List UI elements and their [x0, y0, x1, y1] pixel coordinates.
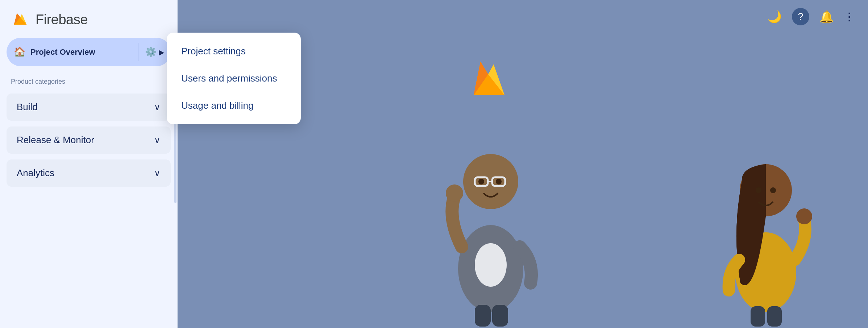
home-icon: 🏠 — [14, 46, 25, 58]
firebase-title: Firebase — [36, 12, 88, 28]
help-icon[interactable]: ? — [792, 8, 809, 25]
sidebar-section-release-monitor: Release & Monitor ∨ — [7, 126, 171, 154]
dropdown-item-project-settings[interactable]: Project settings — [167, 38, 301, 65]
character-woman-illustration — [719, 138, 813, 328]
firebase-logo-icon — [11, 10, 30, 29]
project-settings-label: Project settings — [181, 46, 246, 57]
gear-settings-button[interactable]: ⚙️ ▶ — [138, 43, 171, 61]
svg-point-7 — [496, 179, 502, 184]
firebase-flame-illustration — [466, 54, 510, 107]
notifications-icon[interactable]: 🔔 — [819, 10, 834, 24]
analytics-section-label: Analytics — [17, 167, 54, 179]
dropdown-item-users-permissions[interactable]: Users and permissions — [167, 65, 301, 92]
dark-mode-icon[interactable]: 🌙 — [767, 10, 782, 24]
svg-rect-17 — [767, 306, 782, 327]
svg-point-13 — [756, 187, 761, 193]
release-monitor-section-label: Release & Monitor — [17, 134, 94, 146]
gear-icon: ⚙️ — [145, 46, 157, 58]
product-categories-label: Product categories — [0, 73, 177, 91]
sidebar-section-build: Build ∨ — [7, 94, 171, 121]
svg-point-15 — [796, 208, 812, 224]
build-chevron-icon: ∨ — [154, 102, 161, 112]
svg-point-6 — [478, 179, 484, 184]
build-section-label: Build — [17, 101, 38, 113]
sidebar-header: Firebase — [0, 0, 177, 38]
sidebar-section-analytics: Analytics ∨ — [7, 159, 171, 187]
topbar: 🌙 ? 🔔 ⋮ — [754, 0, 868, 33]
release-monitor-section-header[interactable]: Release & Monitor ∨ — [7, 126, 171, 154]
more-options-icon[interactable]: ⋮ — [844, 11, 855, 23]
users-permissions-label: Users and permissions — [181, 73, 277, 84]
svg-point-8 — [446, 184, 463, 202]
analytics-section-header[interactable]: Analytics ∨ — [7, 159, 171, 187]
svg-point-1 — [475, 243, 507, 287]
svg-rect-16 — [751, 306, 765, 327]
usage-billing-label: Usage and billing — [181, 100, 253, 111]
svg-rect-9 — [475, 305, 491, 327]
analytics-chevron-icon: ∨ — [154, 168, 161, 178]
svg-point-14 — [770, 187, 776, 193]
release-monitor-chevron-icon: ∨ — [154, 135, 161, 145]
build-section-header[interactable]: Build ∨ — [7, 94, 171, 121]
svg-rect-10 — [492, 305, 508, 327]
sidebar: Firebase 🏠 Project Overview ⚙️ ▶ Product… — [0, 0, 178, 328]
project-overview-button[interactable]: 🏠 Project Overview ⚙️ ▶ — [7, 38, 171, 66]
chevron-right-icon: ▶ — [159, 48, 164, 57]
dropdown-item-usage-billing[interactable]: Usage and billing — [167, 92, 301, 119]
character-man-illustration — [440, 124, 541, 328]
project-overview-label: Project Overview — [30, 47, 133, 57]
settings-dropdown-menu: Project settings Users and permissions U… — [167, 33, 301, 124]
